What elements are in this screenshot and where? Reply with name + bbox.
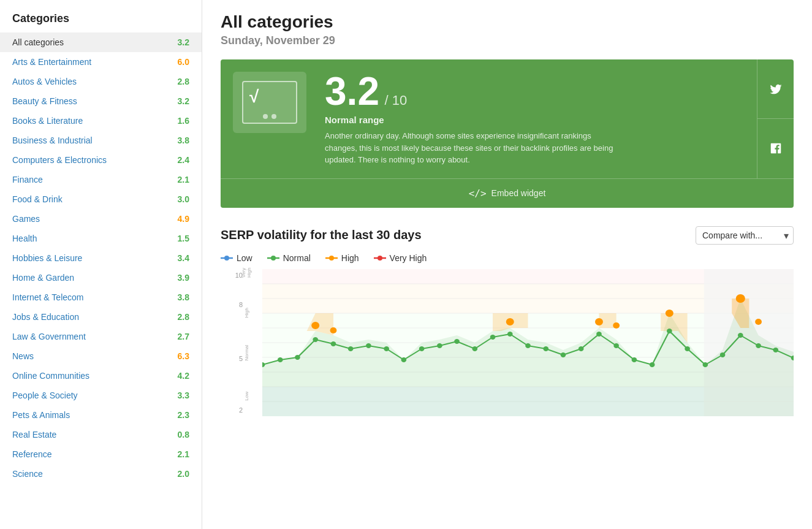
category-list: All categories 3.2 Arts & Entertainment …: [0, 32, 202, 484]
page-date: Sunday, November 29: [221, 34, 794, 47]
sidebar-item-label: Business & Industrial: [12, 135, 93, 145]
score-icon-box: [233, 72, 306, 133]
chart-svg-container: [262, 269, 794, 416]
sidebar-item-label: Home & Garden: [12, 273, 74, 283]
svg-point-29: [278, 357, 283, 362]
svg-point-1: [224, 256, 229, 261]
svg-point-64: [666, 310, 674, 317]
svg-point-42: [507, 332, 513, 337]
score-value-box: 3.2 / 10 Normal range Another ordinary d…: [319, 59, 757, 178]
y-label-10: 10: [221, 272, 243, 279]
sidebar-item-health[interactable]: Health 1.5: [0, 229, 202, 248]
sidebar-item-arts---entertainment[interactable]: Arts & Entertainment 6.0: [0, 52, 202, 72]
svg-point-38: [437, 343, 442, 348]
sidebar-item-score: 2.7: [178, 332, 189, 341]
sidebar-item-score: 1.5: [178, 234, 189, 243]
sidebar-item-autos---vehicles[interactable]: Autos & Vehicles 2.8: [0, 72, 202, 91]
compare-select-wrapper[interactable]: Compare with...: [696, 226, 794, 245]
sidebar-item-people---society[interactable]: People & Society 3.3: [0, 386, 202, 405]
svg-point-57: [773, 348, 778, 352]
embed-label: Embed widget: [491, 188, 546, 198]
svg-point-54: [720, 352, 726, 357]
sidebar-item-label: News: [12, 351, 34, 361]
svg-point-39: [454, 339, 460, 344]
y-axis: 10 8 5 2: [221, 269, 245, 416]
sidebar-item-label: Pets & Animals: [12, 410, 70, 420]
svg-point-46: [579, 346, 584, 351]
y-label-5: 5: [221, 355, 243, 362]
band-normal: Normal: [244, 344, 249, 360]
svg-point-52: [685, 346, 690, 351]
sidebar-item-internet---telecom[interactable]: Internet & Telecom 3.8: [0, 287, 202, 307]
sidebar-item-label: Health: [12, 234, 37, 243]
svg-point-65: [736, 294, 745, 303]
sidebar-item-label: Beauty & Fitness: [12, 96, 77, 106]
y-label-2: 2: [221, 406, 243, 414]
score-description: Another ordinary day. Although some site…: [325, 130, 619, 166]
sidebar-title: Categories: [0, 12, 202, 32]
compare-select[interactable]: Compare with...: [696, 226, 794, 245]
sidebar-item-label: Hobbies & Leisure: [12, 253, 82, 263]
main-content: All categories Sunday, November 29 3.2 /…: [202, 0, 812, 529]
svg-point-51: [667, 329, 672, 333]
svg-point-63: [613, 322, 620, 329]
sidebar-item-all-categories[interactable]: All categories 3.2: [0, 32, 202, 52]
svg-point-61: [506, 318, 514, 325]
sidebar-item-score: 1.6: [178, 116, 189, 126]
score-icon: [242, 81, 297, 124]
svg-point-49: [632, 357, 637, 362]
score-card: 3.2 / 10 Normal range Another ordinary d…: [221, 59, 794, 208]
svg-point-66: [755, 319, 762, 325]
sidebar-item-home---garden[interactable]: Home & Garden 3.9: [0, 268, 202, 287]
sidebar-item-label: Jobs & Education: [12, 312, 79, 322]
sidebar-item-finance[interactable]: Finance 2.1: [0, 170, 202, 189]
sidebar-item-pets---animals[interactable]: Pets & Animals 2.3: [0, 405, 202, 425]
score-social-buttons: [757, 59, 794, 178]
page-title: All categories: [221, 12, 794, 32]
sidebar-item-books---literature[interactable]: Books & Literature 1.6: [0, 111, 202, 131]
svg-point-34: [366, 343, 371, 348]
sidebar-item-food---drink[interactable]: Food & Drink 3.0: [0, 189, 202, 209]
sidebar-item-reference[interactable]: Reference 2.1: [0, 444, 202, 464]
sidebar-item-score: 3.8: [178, 135, 189, 145]
sidebar-item-business---industrial[interactable]: Business & Industrial 3.8: [0, 131, 202, 150]
sidebar-item-label: Science: [12, 469, 43, 479]
sidebar-item-label: All categories: [12, 37, 64, 47]
svg-point-35: [384, 346, 389, 351]
band-very-high: VeryHigh: [241, 267, 252, 277]
twitter-button[interactable]: [757, 59, 794, 119]
sidebar-item-news[interactable]: News 6.3: [0, 346, 202, 366]
sidebar-item-label: Computers & Electronics: [12, 155, 107, 165]
sidebar-item-science[interactable]: Science 2.0: [0, 464, 202, 484]
sidebar-item-online-communities[interactable]: Online Communities 4.2: [0, 366, 202, 386]
svg-point-48: [613, 343, 619, 348]
sidebar-item-computers---electronics[interactable]: Computers & Electronics 2.4: [0, 150, 202, 170]
sidebar-item-law---government[interactable]: Law & Government 2.7: [0, 327, 202, 346]
chart-title: SERP volatility for the last 30 days: [221, 228, 422, 242]
svg-point-5: [329, 256, 334, 261]
svg-point-30: [295, 355, 300, 360]
sidebar-item-jobs---education[interactable]: Jobs & Education 2.8: [0, 307, 202, 327]
band-high: High: [244, 308, 249, 318]
embed-icon: </>: [469, 188, 487, 199]
embed-widget-button[interactable]: </> Embed widget: [221, 178, 794, 208]
sidebar-item-real-estate[interactable]: Real Estate 0.8: [0, 425, 202, 444]
sidebar-item-beauty---fitness[interactable]: Beauty & Fitness 3.2: [0, 91, 202, 111]
legend-normal-label: Normal: [283, 253, 311, 263]
svg-point-32: [331, 341, 336, 346]
svg-point-3: [271, 256, 276, 261]
sidebar-item-label: Games: [12, 214, 40, 224]
sidebar-item-score: 6.3: [178, 351, 189, 361]
sidebar-item-games[interactable]: Games 4.9: [0, 209, 202, 229]
svg-point-37: [419, 346, 425, 351]
sidebar-item-hobbies---leisure[interactable]: Hobbies & Leisure 3.4: [0, 248, 202, 268]
facebook-button[interactable]: [757, 119, 794, 178]
sidebar-item-label: People & Society: [12, 390, 78, 400]
svg-point-43: [525, 343, 531, 348]
sidebar-item-score: 2.1: [178, 175, 189, 185]
sidebar-item-score: 4.2: [178, 371, 189, 381]
legend-very-high: Very High: [374, 253, 427, 263]
chart-svg: [262, 269, 794, 416]
y-label-8: 8: [221, 301, 243, 308]
svg-point-36: [401, 357, 407, 362]
